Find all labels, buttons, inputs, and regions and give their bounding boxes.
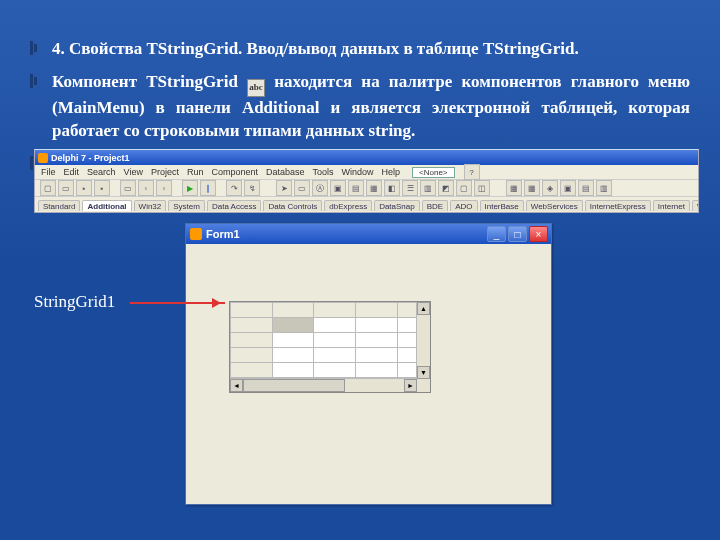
svg-rect-2	[30, 74, 33, 88]
component-7[interactable]: ☰	[402, 180, 418, 196]
bullet-2: Компонент TStringGrid abc находится на п…	[30, 71, 690, 143]
component-a2[interactable]: ▦	[524, 180, 540, 196]
menu-help[interactable]: Help	[382, 167, 401, 177]
tab-ado[interactable]: ADO	[450, 200, 477, 211]
component-a3[interactable]: ◈	[542, 180, 558, 196]
stringgrid-component[interactable]: ▲ ▼ ◄ ►	[229, 301, 431, 393]
component-11[interactable]: ◫	[474, 180, 490, 196]
tab-win32[interactable]: Win32	[134, 200, 167, 211]
bullet-2-text-a: Компонент TStringGrid	[52, 72, 247, 91]
component-6[interactable]: ◧	[384, 180, 400, 196]
tab-additional[interactable]: Additional	[82, 200, 131, 211]
openproject-button[interactable]: ▭	[120, 180, 136, 196]
form-app-icon	[190, 228, 202, 240]
form-title-text: Form1	[206, 228, 487, 240]
run-button[interactable]: ▶	[182, 180, 198, 196]
component-a6[interactable]: ▥	[596, 180, 612, 196]
maximize-button[interactable]: □	[508, 226, 527, 242]
saveall-button[interactable]: ▪	[94, 180, 110, 196]
menu-file[interactable]: File	[41, 167, 56, 177]
component-4[interactable]: ▤	[348, 180, 364, 196]
help-icon[interactable]: ?	[464, 164, 480, 180]
component-8[interactable]: ▥	[420, 180, 436, 196]
scroll-left-icon[interactable]: ◄	[230, 379, 243, 392]
tab-datasnap[interactable]: DataSnap	[374, 200, 420, 211]
bullet-1-text: 4. Свойства TStringGrid. Ввод/вывод данн…	[52, 38, 690, 61]
component-3[interactable]: ▣	[330, 180, 346, 196]
menu-search[interactable]: Search	[87, 167, 116, 177]
menu-project[interactable]: Project	[151, 167, 179, 177]
tab-standard[interactable]: Standard	[38, 200, 80, 211]
svg-rect-4	[30, 156, 33, 170]
tab-dbexpress[interactable]: dbExpress	[324, 200, 372, 211]
component-a1[interactable]: ▦	[506, 180, 522, 196]
ide-toolbar: ▢ ▭ ▪ ▪ ▭ ▫ ▫ ▶ ∥ ↷ ↯ ➤ ▭ Ⓐ ▣ ▤ ▦ ◧ ☰ ▥ …	[35, 180, 698, 197]
pointer-icon[interactable]: ➤	[276, 180, 292, 196]
remove-button[interactable]: ▫	[156, 180, 172, 196]
component-palette-tabs: Standard Additional Win32 System Data Ac…	[35, 197, 698, 211]
scroll-thumb[interactable]	[243, 379, 345, 392]
stepinto-button[interactable]: ↯	[244, 180, 260, 196]
ide-menubar[interactable]: File Edit Search View Project Run Compon…	[35, 165, 698, 180]
scroll-up-icon[interactable]: ▲	[417, 302, 430, 315]
save-button[interactable]: ▪	[76, 180, 92, 196]
tab-bde[interactable]: BDE	[422, 200, 448, 211]
pause-button[interactable]: ∥	[200, 180, 216, 196]
form-designer-window[interactable]: Form1 _ □ × ▲ ▼ ◄	[185, 223, 552, 505]
svg-rect-0	[30, 41, 33, 55]
svg-rect-3	[34, 77, 37, 85]
grid-hscrollbar[interactable]: ◄ ►	[230, 378, 417, 392]
component-9[interactable]: ◩	[438, 180, 454, 196]
delphi-ide-window: Delphi 7 - Project1 File Edit Search Vie…	[34, 149, 699, 213]
tab-internetexpress[interactable]: InternetExpress	[585, 200, 651, 211]
stringgrid-cells[interactable]	[230, 302, 417, 378]
stepover-button[interactable]: ↷	[226, 180, 242, 196]
menu-component[interactable]: Component	[211, 167, 258, 177]
tab-dataaccess[interactable]: Data Access	[207, 200, 261, 211]
component-2[interactable]: Ⓐ	[312, 180, 328, 196]
stringgrid-callout-label: StringGrid1	[34, 292, 115, 312]
addfile-button[interactable]: ▫	[138, 180, 154, 196]
new-button[interactable]: ▢	[40, 180, 56, 196]
bullet-marker-icon	[30, 74, 38, 88]
menu-tools[interactable]: Tools	[313, 167, 334, 177]
component-a5[interactable]: ▤	[578, 180, 594, 196]
menu-window[interactable]: Window	[342, 167, 374, 177]
bullet-2-text: Компонент TStringGrid abc находится на п…	[52, 71, 690, 143]
menu-view[interactable]: View	[124, 167, 143, 177]
project-selector[interactable]: <None>	[412, 167, 454, 178]
tab-internet[interactable]: Internet	[653, 200, 690, 211]
grid-vscrollbar[interactable]: ▲ ▼	[416, 302, 430, 379]
component-5[interactable]: ▦	[366, 180, 382, 196]
delphi-app-icon	[38, 153, 48, 163]
svg-rect-1	[34, 44, 37, 52]
stringgrid-component-icon: abc	[247, 79, 265, 97]
menu-run[interactable]: Run	[187, 167, 204, 177]
form-titlebar[interactable]: Form1 _ □ ×	[186, 224, 551, 244]
bullet-1: 4. Свойства TStringGrid. Ввод/вывод данн…	[30, 38, 690, 61]
bullet-marker-icon	[30, 41, 38, 55]
menu-edit[interactable]: Edit	[64, 167, 80, 177]
tab-websnap[interactable]: WebSnap	[692, 200, 698, 211]
tab-interbase[interactable]: InterBase	[480, 200, 524, 211]
component-1[interactable]: ▭	[294, 180, 310, 196]
component-a4[interactable]: ▣	[560, 180, 576, 196]
menu-database[interactable]: Database	[266, 167, 305, 177]
open-button[interactable]: ▭	[58, 180, 74, 196]
tab-system[interactable]: System	[168, 200, 205, 211]
ide-titlebar: Delphi 7 - Project1	[35, 150, 698, 165]
close-button[interactable]: ×	[529, 226, 548, 242]
scroll-down-icon[interactable]: ▼	[417, 366, 430, 379]
form-client-area[interactable]: ▲ ▼ ◄ ►	[189, 246, 548, 501]
tab-webservices[interactable]: WebServices	[526, 200, 583, 211]
tab-datacontrols[interactable]: Data Controls	[263, 200, 322, 211]
minimize-button[interactable]: _	[487, 226, 506, 242]
component-10[interactable]: ▢	[456, 180, 472, 196]
callout-arrow-icon	[130, 302, 225, 304]
scroll-right-icon[interactable]: ►	[404, 379, 417, 392]
scroll-corner	[417, 379, 430, 392]
ide-title-text: Delphi 7 - Project1	[51, 153, 130, 163]
